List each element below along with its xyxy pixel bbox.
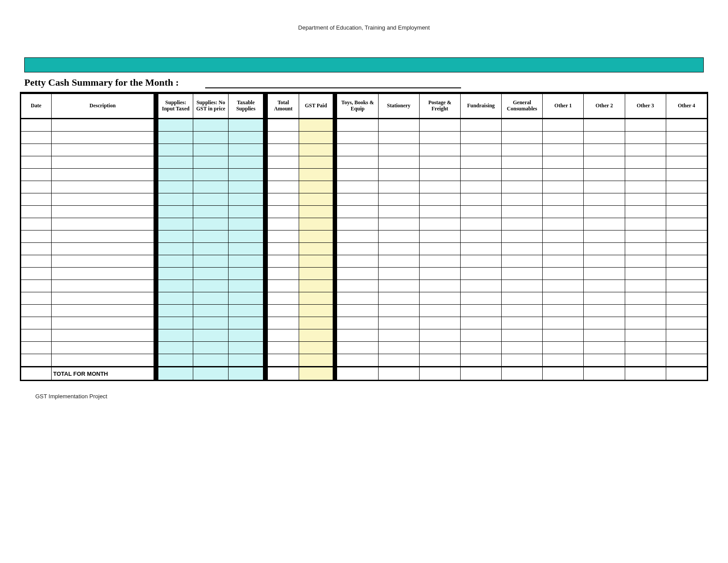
cell[interactable] bbox=[51, 305, 154, 317]
cell[interactable] bbox=[625, 243, 666, 255]
cell[interactable] bbox=[267, 181, 299, 193]
cell[interactable] bbox=[337, 268, 378, 280]
cell[interactable] bbox=[419, 230, 460, 243]
cell[interactable] bbox=[625, 144, 666, 156]
cell[interactable] bbox=[378, 181, 419, 193]
cell[interactable] bbox=[337, 255, 378, 268]
cell[interactable] bbox=[502, 218, 543, 230]
cell[interactable] bbox=[584, 329, 625, 342]
cell[interactable] bbox=[378, 144, 419, 156]
cell[interactable] bbox=[502, 280, 543, 292]
cell[interactable] bbox=[543, 280, 584, 292]
cell[interactable] bbox=[299, 305, 333, 317]
cell[interactable] bbox=[584, 243, 625, 255]
cell[interactable] bbox=[267, 342, 299, 354]
cell[interactable] bbox=[378, 206, 419, 218]
cell[interactable] bbox=[51, 255, 154, 268]
cell[interactable] bbox=[419, 156, 460, 169]
cell[interactable] bbox=[21, 230, 52, 243]
cell[interactable] bbox=[666, 206, 707, 218]
cell[interactable] bbox=[543, 367, 584, 380]
cell[interactable] bbox=[51, 317, 154, 329]
cell[interactable] bbox=[51, 342, 154, 354]
cell[interactable] bbox=[158, 243, 193, 255]
cell[interactable] bbox=[21, 329, 52, 342]
cell[interactable] bbox=[299, 268, 333, 280]
cell[interactable] bbox=[666, 367, 707, 380]
cell[interactable] bbox=[625, 329, 666, 342]
cell[interactable] bbox=[666, 144, 707, 156]
cell[interactable] bbox=[378, 292, 419, 305]
cell[interactable] bbox=[267, 169, 299, 181]
cell[interactable] bbox=[543, 317, 584, 329]
cell[interactable] bbox=[267, 280, 299, 292]
cell[interactable] bbox=[666, 243, 707, 255]
cell[interactable] bbox=[337, 181, 378, 193]
cell[interactable] bbox=[193, 317, 228, 329]
cell[interactable] bbox=[460, 342, 501, 354]
cell[interactable] bbox=[666, 342, 707, 354]
cell[interactable] bbox=[419, 193, 460, 206]
cell[interactable] bbox=[666, 218, 707, 230]
cell[interactable] bbox=[51, 206, 154, 218]
cell[interactable] bbox=[460, 329, 501, 342]
cell[interactable] bbox=[584, 305, 625, 317]
cell[interactable] bbox=[51, 329, 154, 342]
cell[interactable] bbox=[21, 156, 52, 169]
cell[interactable] bbox=[228, 329, 263, 342]
cell[interactable] bbox=[666, 280, 707, 292]
cell[interactable] bbox=[193, 342, 228, 354]
cell[interactable] bbox=[193, 243, 228, 255]
cell[interactable] bbox=[51, 144, 154, 156]
cell[interactable] bbox=[543, 193, 584, 206]
cell[interactable] bbox=[267, 193, 299, 206]
cell[interactable] bbox=[21, 354, 52, 367]
cell[interactable] bbox=[193, 206, 228, 218]
cell[interactable] bbox=[625, 354, 666, 367]
cell[interactable] bbox=[193, 181, 228, 193]
cell[interactable] bbox=[228, 218, 263, 230]
cell[interactable] bbox=[51, 193, 154, 206]
cell[interactable] bbox=[460, 181, 501, 193]
cell[interactable] bbox=[625, 206, 666, 218]
cell[interactable] bbox=[158, 193, 193, 206]
cell[interactable] bbox=[158, 230, 193, 243]
cell[interactable] bbox=[584, 268, 625, 280]
cell[interactable] bbox=[543, 144, 584, 156]
cell[interactable] bbox=[267, 243, 299, 255]
cell[interactable] bbox=[193, 218, 228, 230]
cell[interactable] bbox=[502, 156, 543, 169]
cell[interactable] bbox=[337, 317, 378, 329]
cell[interactable] bbox=[337, 243, 378, 255]
cell[interactable] bbox=[51, 230, 154, 243]
cell[interactable] bbox=[158, 181, 193, 193]
cell[interactable] bbox=[267, 230, 299, 243]
cell[interactable] bbox=[460, 156, 501, 169]
cell[interactable] bbox=[378, 342, 419, 354]
cell[interactable] bbox=[337, 230, 378, 243]
cell[interactable] bbox=[584, 132, 625, 144]
cell[interactable] bbox=[193, 156, 228, 169]
cell[interactable] bbox=[21, 119, 52, 132]
cell[interactable] bbox=[666, 292, 707, 305]
cell[interactable] bbox=[337, 218, 378, 230]
cell[interactable] bbox=[158, 119, 193, 132]
cell[interactable] bbox=[460, 230, 501, 243]
cell[interactable] bbox=[299, 292, 333, 305]
cell[interactable] bbox=[158, 280, 193, 292]
cell[interactable] bbox=[51, 169, 154, 181]
cell[interactable] bbox=[228, 280, 263, 292]
cell[interactable] bbox=[625, 255, 666, 268]
cell[interactable] bbox=[419, 280, 460, 292]
cell[interactable] bbox=[666, 156, 707, 169]
cell[interactable] bbox=[193, 329, 228, 342]
cell[interactable] bbox=[337, 169, 378, 181]
cell[interactable] bbox=[584, 317, 625, 329]
cell[interactable] bbox=[299, 342, 333, 354]
cell[interactable] bbox=[267, 218, 299, 230]
cell[interactable] bbox=[584, 193, 625, 206]
cell[interactable] bbox=[21, 367, 52, 380]
cell[interactable] bbox=[543, 156, 584, 169]
cell[interactable] bbox=[21, 193, 52, 206]
cell[interactable] bbox=[193, 144, 228, 156]
